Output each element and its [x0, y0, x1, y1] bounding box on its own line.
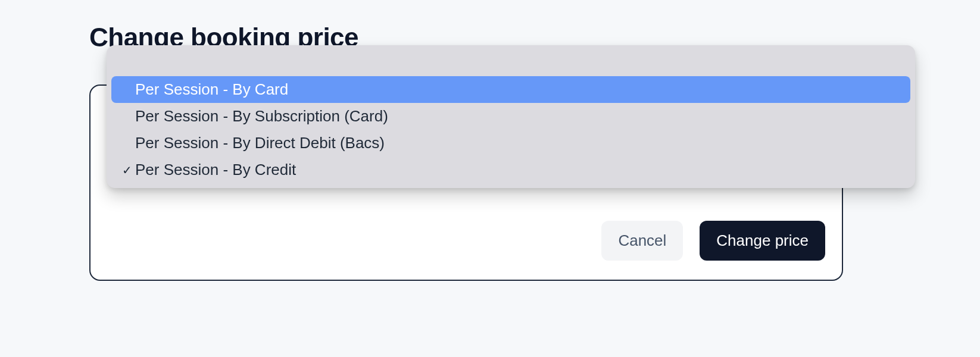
price-dropdown-menu[interactable]: Per Session - By Card Per Session - By S… [107, 45, 915, 188]
dropdown-option-label: Per Session - By Subscription (Card) [135, 107, 902, 126]
change-price-button[interactable]: Change price [700, 221, 825, 261]
dropdown-option-label: Per Session - By Direct Debit (Bacs) [135, 134, 902, 152]
dropdown-option-label: Per Session - By Card [135, 80, 902, 99]
button-row: Cancel Change price [601, 221, 825, 261]
cancel-button[interactable]: Cancel [601, 221, 683, 261]
dropdown-option-by-card[interactable]: Per Session - By Card [111, 76, 910, 103]
dropdown-option-by-credit[interactable]: ✓ Per Session - By Credit [111, 156, 910, 183]
dropdown-spacer [111, 50, 910, 76]
dropdown-option-by-direct-debit[interactable]: Per Session - By Direct Debit (Bacs) [111, 130, 910, 156]
check-icon: ✓ [120, 163, 134, 177]
dropdown-option-by-subscription[interactable]: Per Session - By Subscription (Card) [111, 103, 910, 130]
dropdown-option-label: Per Session - By Credit [135, 161, 902, 179]
